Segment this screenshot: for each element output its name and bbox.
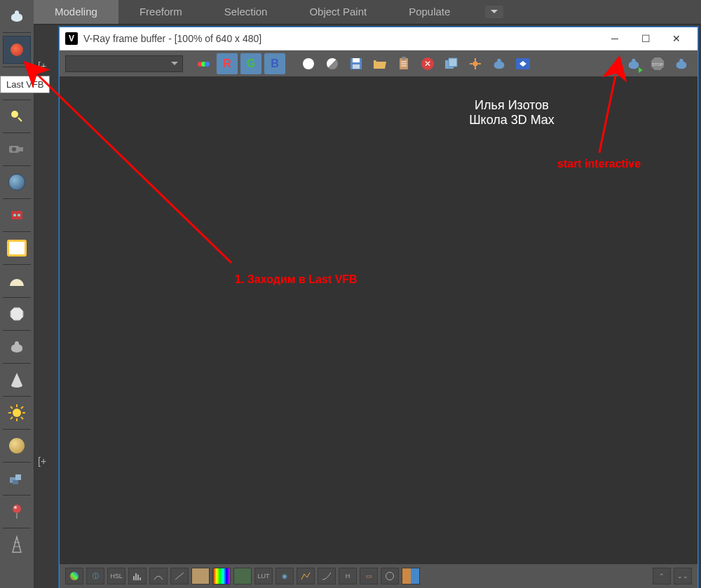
- svg-point-25: [13, 505, 21, 513]
- vfb-curve-button[interactable]: [149, 568, 168, 584]
- tool-octagon[interactable]: [4, 301, 30, 327]
- vfb-bottom-bar: ⓘ HSL LUT ◉ H ▭ ⌃ ⌄⌄: [60, 564, 697, 588]
- vfb-toolbar: R G B ✕: [60, 50, 697, 77]
- svg-point-13: [13, 409, 21, 417]
- ribbon-tab-modeling[interactable]: Modeling: [34, 0, 118, 24]
- vfb-expand-down-button[interactable]: ⌄⌄: [674, 568, 692, 584]
- viewport-label-2[interactable]: [+: [38, 456, 46, 467]
- vfb-bg-button[interactable]: [233, 568, 252, 584]
- annotation-step1: 1. Заходим в Last VFB: [235, 273, 358, 286]
- tool-camera[interactable]: [4, 136, 30, 163]
- tool-plane-yellow[interactable]: [4, 235, 30, 261]
- clipboard-button[interactable]: [393, 53, 414, 74]
- stop-button[interactable]: STOP: [647, 53, 668, 74]
- tool-sphere-gold[interactable]: [4, 432, 30, 459]
- svg-point-10: [13, 214, 16, 217]
- vfb-viewport[interactable]: [60, 76, 697, 564]
- tooltip-last-vfb: Last VFB: [0, 76, 50, 93]
- vfb-levels-button[interactable]: [128, 568, 147, 584]
- credit-line-1: Илья Изотов: [442, 98, 582, 113]
- tool-sun[interactable]: [4, 399, 30, 426]
- svg-rect-47: [133, 576, 135, 580]
- maximize-button[interactable]: ☐: [630, 28, 661, 49]
- vfb-hue-button[interactable]: [212, 568, 231, 584]
- vfb-history-button[interactable]: H: [339, 568, 357, 584]
- tool-cone[interactable]: [4, 367, 30, 393]
- tool-pin[interactable]: [4, 498, 30, 525]
- svg-text:STOP: STOP: [652, 62, 663, 67]
- vfb-titlebar[interactable]: V V-Ray frame buffer - [100% of 640 x 48…: [60, 27, 697, 50]
- vfb-exposure-button[interactable]: [170, 568, 189, 584]
- vfb-stereo-button[interactable]: [402, 568, 420, 584]
- close-button[interactable]: ✕: [661, 28, 692, 49]
- ribbon-tab-selection[interactable]: Selection: [203, 0, 289, 24]
- svg-rect-23: [15, 474, 21, 480]
- track-mouse-button[interactable]: [489, 53, 510, 74]
- svg-rect-39: [449, 58, 457, 67]
- minimize-button[interactable]: ─: [599, 28, 630, 49]
- app-root: Modeling Freeform Selection Object Paint…: [0, 0, 701, 588]
- credit-line-2: Школа 3D Max: [442, 113, 582, 128]
- svg-rect-40: [473, 62, 477, 66]
- green-channel-button[interactable]: G: [240, 53, 261, 74]
- vfb-lut-button[interactable]: LUT: [254, 568, 273, 584]
- svg-rect-49: [137, 575, 139, 580]
- ribbon-tabs: Modeling Freeform Selection Object Paint…: [34, 0, 701, 25]
- duplicate-button[interactable]: [441, 53, 462, 74]
- ribbon-tab-object-paint[interactable]: Object Paint: [288, 0, 388, 24]
- tool-teapot-2[interactable]: [4, 334, 30, 360]
- vfb-title-text: V-Ray frame buffer - [100% of 640 x 480]: [83, 33, 599, 44]
- svg-rect-50: [139, 577, 141, 580]
- render-button[interactable]: [671, 53, 692, 74]
- svg-point-7: [12, 147, 16, 151]
- ribbon-tab-populate[interactable]: Populate: [388, 0, 471, 24]
- link-pdplayer-button[interactable]: [512, 53, 533, 74]
- mono-channel-button[interactable]: [298, 53, 319, 74]
- tool-globe[interactable]: [4, 169, 30, 196]
- annotation-start-interactive: start interactive: [557, 158, 641, 170]
- svg-rect-32: [353, 64, 360, 69]
- region-button[interactable]: [465, 53, 486, 74]
- svg-rect-48: [135, 573, 137, 580]
- ribbon-dropdown[interactable]: [485, 6, 503, 18]
- svg-point-26: [14, 506, 17, 509]
- ribbon-tab-freeform[interactable]: Freeform: [118, 0, 203, 24]
- tool-dome[interactable]: [4, 268, 30, 294]
- rgb-channels-button[interactable]: [193, 53, 214, 74]
- svg-line-21: [11, 417, 13, 419]
- svg-line-51: [175, 573, 184, 580]
- open-button[interactable]: [369, 53, 390, 74]
- vfb-channel-dropdown[interactable]: [65, 55, 183, 72]
- blue-channel-button[interactable]: B: [264, 53, 285, 74]
- red-channel-button[interactable]: R: [217, 53, 238, 74]
- vfb-expand-up-button[interactable]: ⌃: [653, 568, 671, 584]
- svg-rect-8: [19, 147, 23, 151]
- svg-line-19: [21, 417, 23, 419]
- vfb-ocio-button[interactable]: ◉: [275, 568, 294, 584]
- save-button[interactable]: [346, 53, 367, 74]
- vfb-stamp-button[interactable]: ▭: [360, 568, 378, 584]
- svg-rect-31: [353, 58, 360, 62]
- tool-teapot[interactable]: [4, 3, 30, 29]
- vfb-hsl-button[interactable]: HSL: [107, 568, 125, 584]
- vfb-cc-button[interactable]: [65, 568, 83, 584]
- start-interactive-button[interactable]: [623, 53, 644, 74]
- vfb-whitebalance-button[interactable]: [191, 568, 210, 584]
- vfb-srgb-button[interactable]: [318, 568, 336, 584]
- tool-tower[interactable]: [4, 531, 30, 558]
- tool-robot[interactable]: [4, 202, 30, 228]
- tool-render-last-vfb[interactable]: [3, 36, 31, 64]
- tool-cubes[interactable]: [4, 465, 30, 492]
- vfb-info-button[interactable]: ⓘ: [86, 568, 104, 584]
- viewport-label-1[interactable]: [+: [38, 60, 46, 71]
- svg-rect-9: [11, 211, 22, 219]
- vfb-icc-button[interactable]: [297, 568, 315, 584]
- tool-light[interactable]: [4, 103, 30, 130]
- vfb-window: V V-Ray frame buffer - [100% of 640 x 48…: [59, 27, 698, 588]
- clear-button[interactable]: ✕: [417, 53, 438, 74]
- annotation-credit: Илья Изотов Школа 3D Max: [442, 98, 582, 128]
- vfb-lens-button[interactable]: [381, 568, 399, 584]
- svg-line-18: [11, 406, 13, 409]
- svg-point-5: [11, 111, 18, 118]
- alpha-channel-button[interactable]: [322, 53, 343, 74]
